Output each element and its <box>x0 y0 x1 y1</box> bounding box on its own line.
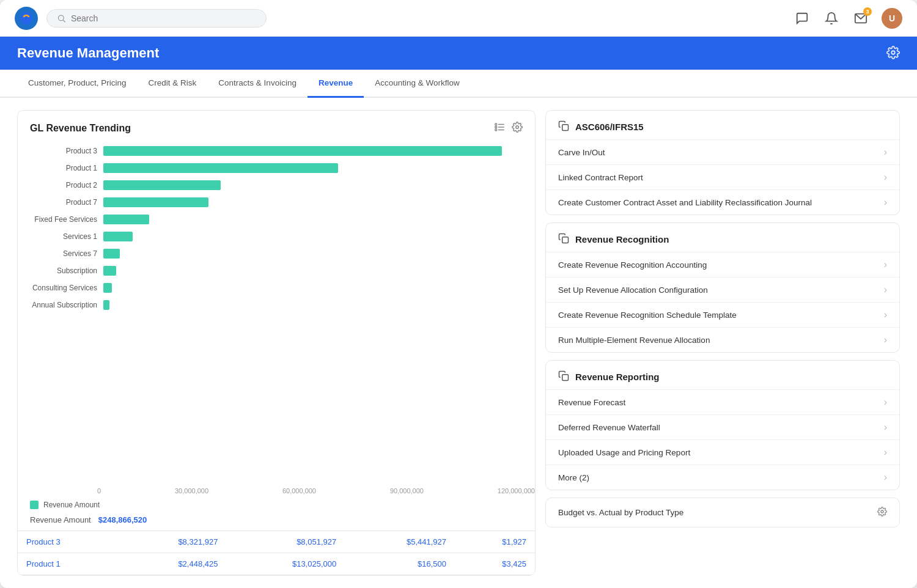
budget-label: Budget vs. Actual by Product Type <box>558 508 683 517</box>
nav-right: 3 U <box>794 8 902 29</box>
data-table: Product 3 $8,321,927 $8,051,927 $5,441,9… <box>18 531 535 575</box>
bar-label: Product 2 <box>30 181 103 189</box>
bar-label: Annual Subscription <box>30 301 103 309</box>
bar-row: Subscription <box>30 264 523 277</box>
x-axis-label: 0 <box>97 487 101 494</box>
bar-row: Services 7 <box>30 247 523 260</box>
bar-track <box>103 146 523 156</box>
table-cell-1: $8,321,927 <box>117 531 227 553</box>
bar-label: Product 1 <box>30 164 103 172</box>
bar-row: Product 2 <box>30 178 523 192</box>
bar-row: Fixed Fee Services <box>30 213 523 226</box>
table-row[interactable]: Product 3 $8,321,927 $8,051,927 $5,441,9… <box>18 531 535 553</box>
chevron-right-icon: › <box>884 284 887 295</box>
table-row[interactable]: Product 1 $2,448,425 $13,025,000 $16,500… <box>18 553 535 575</box>
svg-point-10 <box>516 126 519 129</box>
menu-item[interactable]: Revenue Forecast › <box>546 389 899 414</box>
bar-fill <box>103 249 120 259</box>
table-cell-4: $3,425 <box>455 553 535 575</box>
menu-item[interactable]: More (2) › <box>546 465 899 490</box>
menu-item-label: Carve In/Out <box>558 148 605 157</box>
menu-item-label: Set Up Revenue Allocation Configuration <box>558 285 708 295</box>
budget-section[interactable]: Budget vs. Actual by Product Type <box>545 498 900 527</box>
tab-accounting-workflow[interactable]: Accounting & Workflow <box>364 70 471 98</box>
search-bar[interactable] <box>46 9 267 28</box>
chart-header: GL Revenue Trending <box>18 111 535 139</box>
bar-row: Services 1 <box>30 230 523 243</box>
bar-row: Product 7 <box>30 196 523 209</box>
section-copy-icon <box>558 370 569 383</box>
bar-chart: Product 3 Product 1 Product 2 Product 7 … <box>18 139 535 485</box>
chevron-right-icon: › <box>884 397 887 408</box>
menu-section-header: Revenue Recognition <box>546 223 899 252</box>
menu-section-header: ASC606/IFRS15 <box>546 111 899 139</box>
header-band: Revenue Management <box>0 37 917 70</box>
legend-label: Revenue Amount <box>43 501 100 509</box>
bar-label: Product 3 <box>30 147 103 155</box>
svg-point-9 <box>495 129 497 131</box>
table-cell-4: $1,927 <box>455 531 535 553</box>
svg-line-1 <box>63 20 65 21</box>
page-title: Revenue Management <box>17 45 159 61</box>
menu-item-label: Run Multiple-Element Revenue Allocation <box>558 336 710 345</box>
chart-filter-icon[interactable] <box>495 122 506 134</box>
chevron-right-icon: › <box>884 172 887 183</box>
bar-track <box>103 300 523 310</box>
search-input[interactable] <box>71 13 256 23</box>
chevron-right-icon: › <box>884 472 887 483</box>
menu-section-header: Revenue Reporting <box>546 361 899 389</box>
table-cell-name: Product 3 <box>18 531 117 553</box>
bar-track <box>103 163 523 173</box>
chevron-right-icon: › <box>884 422 887 433</box>
inbox-icon[interactable]: 3 <box>852 10 869 27</box>
svg-point-14 <box>881 510 883 513</box>
settings-icon[interactable] <box>886 46 900 61</box>
bar-track <box>103 266 523 276</box>
tab-credit-risk[interactable]: Credit & Risk <box>138 70 208 98</box>
bar-track <box>103 283 523 293</box>
table-cell-2: $13,025,000 <box>226 553 345 575</box>
notifications-icon[interactable] <box>823 10 840 27</box>
section-title: Revenue Recognition <box>575 234 669 244</box>
chevron-right-icon: › <box>884 309 887 320</box>
app-shell: 3 U Revenue Management Customer, Product… <box>0 0 917 588</box>
chart-title: GL Revenue Trending <box>30 123 131 134</box>
bar-track <box>103 249 523 259</box>
top-nav: 3 U <box>0 0 917 37</box>
chevron-right-icon: › <box>884 197 887 208</box>
svg-point-7 <box>495 123 497 125</box>
budget-settings-icon[interactable] <box>877 507 887 518</box>
menu-item[interactable]: Linked Contract Report › <box>546 164 899 189</box>
menu-section-revenue_reporting: Revenue Reporting Revenue Forecast › Def… <box>545 360 900 490</box>
menu-item-label: Create Customer Contract Asset and Liabi… <box>558 198 812 207</box>
menu-item-label: Create Revenue Recognition Schedule Temp… <box>558 311 737 320</box>
menu-item[interactable]: Carve In/Out › <box>546 139 899 164</box>
menu-item[interactable]: Uploaded Usage and Pricing Report › <box>546 439 899 465</box>
menu-item[interactable]: Create Revenue Recognition Accounting › <box>546 252 899 277</box>
menu-item[interactable]: Create Revenue Recognition Schedule Temp… <box>546 302 899 327</box>
menu-item[interactable]: Create Customer Contract Asset and Liabi… <box>546 189 899 215</box>
bar-fill <box>103 300 109 310</box>
menu-item[interactable]: Deferred Revenue Waterfall › <box>546 414 899 439</box>
menu-item-label: Linked Contract Report <box>558 173 643 182</box>
search-icon <box>57 13 66 23</box>
menu-item[interactable]: Set Up Revenue Allocation Configuration … <box>546 277 899 302</box>
menu-item-label: Deferred Revenue Waterfall <box>558 423 660 432</box>
table-cell-3: $5,441,927 <box>345 531 455 553</box>
chevron-right-icon: › <box>884 259 887 270</box>
bar-fill <box>103 283 112 293</box>
tab-customer-product-pricing[interactable]: Customer, Product, Pricing <box>17 70 138 98</box>
user-avatar[interactable]: U <box>882 8 902 29</box>
bar-label: Consulting Services <box>30 284 103 292</box>
tab-contracts-invoicing[interactable]: Contracts & Invoicing <box>207 70 308 98</box>
workday-logo[interactable] <box>15 7 38 30</box>
tab-revenue[interactable]: Revenue <box>308 70 364 98</box>
svg-rect-11 <box>562 125 569 131</box>
chart-settings-icon[interactable] <box>512 122 523 134</box>
x-axis-label: 30,000,000 <box>175 487 208 494</box>
menu-item[interactable]: Run Multiple-Element Revenue Allocation … <box>546 327 899 352</box>
bar-fill <box>103 163 338 173</box>
messages-icon[interactable] <box>794 10 811 27</box>
bar-fill <box>103 215 149 224</box>
bar-row: Consulting Services <box>30 281 523 295</box>
